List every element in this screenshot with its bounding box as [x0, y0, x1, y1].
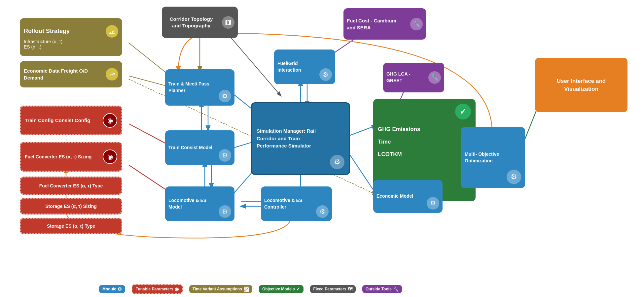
legend-objective: Objective Models ✓ — [259, 285, 304, 293]
legend-fixed: Fixed Parameters 🗺 — [310, 285, 356, 293]
fuel-converter-sizing-label: Fuel Converter ES (α, τ) Sizing — [25, 153, 91, 160]
loco-es-controller-label: Locomotive & ES Controller — [264, 197, 312, 210]
legend-fixed-box: Fixed Parameters 🗺 — [310, 285, 356, 293]
legend-fixed-label: Fixed Parameters — [313, 287, 346, 291]
ui-viz-label: User Interface and Visualization — [540, 77, 623, 93]
storage-type-label: Storage ES (α, τ) Type — [47, 223, 95, 229]
economic-data-box: Economic Data Freight O/D Demand — [20, 61, 122, 87]
legend-tunable-label: Tunable Parameters — [136, 287, 173, 291]
fuel-grid-label: Fuel/Grid Interaction — [277, 60, 315, 73]
ghg-lca-box: GHG LCA - GREET 🔧 — [383, 63, 444, 92]
legend-outside-label: Outside Tools — [366, 287, 392, 291]
legend-time-variant-label: Time Variant Assumptions — [193, 287, 242, 291]
ghg-lca-label: GHG LCA - GREET — [386, 71, 424, 84]
economic-model-label: Economic Model — [376, 193, 423, 200]
fuel-cost-icon: 🔧 — [410, 18, 423, 30]
train-consist-label: Train Consist Model — [168, 145, 215, 151]
corridor-box: Corridor Topology and Topography — [162, 7, 238, 38]
economic-data-label: Economic Data Freight O/D Demand — [24, 67, 104, 81]
fuel-converter-sizing-icon: ◉ — [103, 149, 117, 164]
fuel-grid-box: Fuel/Grid Interaction ⚙ — [274, 50, 335, 84]
loco-es-model-icon: ⚙ — [219, 205, 231, 218]
fuel-cost-label: Fuel Cost - Cambium and SERA — [347, 17, 406, 31]
train-config-label: Train Config Consist Config — [25, 116, 90, 124]
legend-time-variant-box: Time Variant Assumptions 📈 — [189, 285, 252, 293]
corridor-icon — [222, 16, 234, 29]
fuel-cost-box: Fuel Cost - Cambium and SERA 🔧 — [343, 8, 426, 40]
storage-sizing-box: Storage ES (α, τ) Sizing — [20, 198, 122, 214]
rollout-sub1: Infrastructure (α, τ) — [24, 39, 62, 44]
ghg-lca-icon: 🔧 — [428, 71, 441, 84]
corridor-label: Corridor Topology and Topography — [165, 16, 217, 29]
multi-opt-label: Multi- Objective Optimization — [465, 151, 503, 164]
lcotkm-label: LCOTKM — [378, 151, 402, 158]
train-config-icon: ◉ — [103, 113, 117, 128]
loco-es-controller-icon: ⚙ — [316, 205, 329, 218]
legend-objective-box: Objective Models ✓ — [259, 285, 304, 293]
legend-tunable-box: Tunable Parameters ◉ — [132, 284, 183, 294]
time-label: Time — [378, 139, 391, 145]
economic-model-icon: ⚙ — [427, 197, 439, 210]
legend-module-box: Module ⚙ — [99, 285, 125, 293]
train-meet-pass-label: Train & Meet/ Pass Planner — [168, 81, 215, 94]
multi-opt-icon: ⚙ — [507, 170, 521, 184]
ghg-check-icon: ✓ — [455, 104, 471, 119]
train-consist-box: Train Consist Model ⚙ — [165, 130, 234, 165]
economic-data-icon — [106, 68, 118, 81]
rollout-sub2: ES (α, τ) — [24, 44, 41, 50]
rollout-box: Rollout Strategy Infrastructure (α, τ) E… — [20, 18, 122, 56]
sim-manager-label: Simulation Manager: Rail Corridor and Tr… — [257, 127, 325, 150]
economic-model-box: Economic Model ⚙ — [373, 180, 443, 213]
svg-line-19 — [350, 155, 376, 195]
ui-viz-box: User Interface and Visualization — [535, 58, 627, 112]
ghg-emissions-label: GHG Emissions — [378, 126, 420, 133]
loco-es-controller-box: Locomotive & ES Controller ⚙ — [261, 186, 332, 221]
legend-tunable: Tunable Parameters ◉ — [132, 284, 183, 294]
legend-module-label: Module — [102, 287, 116, 291]
storage-type-box: Storage ES (α, τ) Type — [20, 218, 122, 234]
svg-line-17 — [350, 125, 376, 135]
fuel-grid-icon: ⚙ — [319, 68, 332, 81]
loco-es-model-label: Locomotive & ES Model — [168, 197, 215, 210]
fuel-converter-type-label: Fuel Converter ES (α, τ) Type — [39, 183, 103, 188]
fuel-converter-type-box: Fuel Converter ES (α, τ) Type — [20, 177, 122, 195]
legend-objective-label: Objective Models — [262, 287, 295, 291]
multi-opt-box: Multi- Objective Optimization ⚙ — [461, 127, 525, 188]
loco-es-model-box: Locomotive & ES Model ⚙ — [165, 186, 234, 221]
legend-outside-box: Outside Tools 🔧 — [362, 285, 402, 293]
rollout-label: Rollout Strategy — [24, 28, 70, 35]
train-config-box: Train Config Consist Config ◉ — [20, 106, 122, 135]
legend-outside: Outside Tools 🔧 — [362, 285, 402, 293]
legend-time-variant: Time Variant Assumptions 📈 — [189, 285, 252, 293]
train-consist-icon: ⚙ — [219, 149, 231, 162]
legend: Module ⚙ Tunable Parameters ◉ Time Varia… — [99, 284, 402, 294]
rollout-icon — [106, 25, 118, 38]
train-meet-pass-box: Train & Meet/ Pass Planner ⚙ — [165, 69, 234, 106]
storage-sizing-label: Storage ES (α, τ) Sizing — [45, 204, 97, 209]
sim-manager-box: Simulation Manager: Rail Corridor and Tr… — [251, 102, 350, 175]
fuel-converter-sizing-box: Fuel Converter ES (α, τ) Sizing ◉ — [20, 142, 122, 172]
legend-module: Module ⚙ — [99, 285, 125, 293]
train-meet-pass-icon: ⚙ — [219, 90, 231, 102]
svg-line-3 — [231, 38, 281, 96]
sim-manager-icon: ⚙ — [330, 155, 344, 169]
